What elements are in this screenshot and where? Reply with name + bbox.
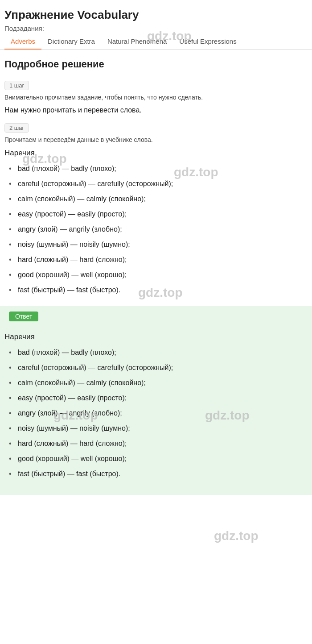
- answer-list-item: hard (сложный) — hard (сложно);: [13, 436, 308, 451]
- list-item: careful (осторожный) — carefully (осторо…: [13, 176, 308, 191]
- word-list: bad (плохой) — badly (плохо); careful (о…: [0, 161, 312, 298]
- list-item: noisy (шумный) — noisily (шумно);: [13, 237, 308, 252]
- section-heading: Наречия: [0, 146, 312, 161]
- solution-title: Подробное решение: [0, 54, 312, 76]
- answer-list-item: noisy (шумный) — noisily (шумно);: [13, 421, 308, 436]
- list-item: calm (спокойный) — calmly (спокойно);: [13, 191, 308, 207]
- list-item: good (хороший) — well (хорошо);: [13, 267, 308, 283]
- answer-word-list: bad (плохой) — badly (плохо); careful (о…: [0, 345, 312, 482]
- answer-list-item: angry (злой) — angrily (злобно);: [13, 406, 308, 421]
- tab-dictionary-extra[interactable]: Dictionary Extra: [41, 34, 101, 50]
- tabs-bar: Adverbs Dictionary Extra Natural Phenome…: [0, 34, 312, 50]
- answer-badge: Ответ: [9, 312, 38, 321]
- list-item: bad (плохой) — badly (плохо);: [13, 161, 308, 176]
- tab-adverbs[interactable]: Adverbs: [4, 34, 41, 50]
- step-2-badge: 2 шаг: [4, 123, 29, 133]
- step-1-text: Внимательно прочитаем задание, чтобы пон…: [0, 93, 312, 104]
- main-text: Нам нужно прочитать и перевести слова.: [0, 104, 312, 119]
- answer-section: Ответ Наречия bad (плохой) — badly (плох…: [0, 306, 312, 495]
- answer-list-item: calm (спокойный) — calmly (спокойно);: [13, 375, 308, 391]
- watermark-7: gdz.top: [214, 529, 259, 543]
- answer-list-item: bad (плохой) — badly (плохо);: [13, 345, 308, 360]
- page-title: Упражнение Vocabulary: [0, 0, 312, 25]
- answer-list-item: fast (быстрый) — fast (быстро).: [13, 466, 308, 482]
- list-item: easy (простой) — easily (просто);: [13, 207, 308, 222]
- answer-list-item: easy (простой) — easily (просто);: [13, 391, 308, 406]
- answer-list-item: careful (осторожный) — carefully (осторо…: [13, 360, 308, 375]
- list-item: fast (быстрый) — fast (быстро).: [13, 283, 308, 298]
- subtasks-label: Подзадания:: [0, 25, 312, 34]
- tab-useful-expressions[interactable]: Useful Expressions: [173, 34, 242, 50]
- answer-list-item: good (хороший) — well (хорошо);: [13, 451, 308, 466]
- tab-natural-phenomena[interactable]: Natural Phenomena: [101, 34, 173, 50]
- step-2-text: Прочитаем и переведём данные в учебнике …: [0, 135, 312, 146]
- list-item: hard (сложный) — hard (сложно);: [13, 252, 308, 267]
- list-item: angry (злой) — angrily (злобно);: [13, 222, 308, 237]
- answer-section-heading: Наречия: [0, 329, 312, 345]
- step-1-badge: 1 шаг: [4, 81, 29, 90]
